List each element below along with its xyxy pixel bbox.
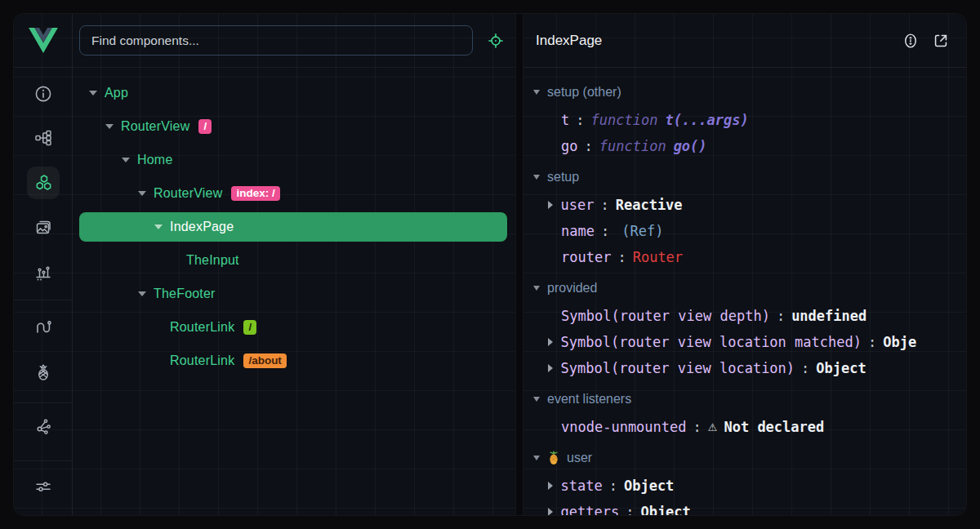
prop-row-router-view-location[interactable]: Symbol(router view location) : Object (523, 355, 966, 381)
tree-row-thefooter[interactable]: TheFooter (79, 279, 507, 309)
collapse-arrow-icon[interactable] (533, 397, 540, 402)
assets-icon (33, 218, 53, 238)
section-header[interactable]: provided (523, 273, 966, 303)
inspector-state: setup (other) t : function t(...args) go… (523, 68, 966, 515)
collapse-arrow-icon[interactable] (154, 224, 163, 229)
sidebar-item-pinia[interactable] (33, 362, 53, 382)
target-icon (487, 32, 505, 50)
pineapple-icon (547, 451, 560, 465)
prop-key: getters (561, 504, 620, 515)
function-keyword: function (591, 112, 658, 128)
sidebar-item-graph[interactable] (33, 416, 53, 436)
prop-value: Not declared (724, 419, 824, 435)
section-label: setup (547, 170, 579, 184)
section-header[interactable]: setup (other) (523, 78, 966, 107)
tree-row-routerlink-about[interactable]: RouterLink /about (79, 346, 507, 376)
graph-icon (33, 416, 53, 436)
sidebar-item-settings[interactable] (33, 477, 53, 496)
expand-arrow-icon[interactable] (548, 482, 553, 490)
section-pinia-user-store: user state : Object getters : Object (523, 443, 966, 515)
tree-row-theinput[interactable]: TheInput (79, 246, 507, 275)
route-badge: /about (243, 353, 287, 369)
collapse-arrow-icon[interactable] (122, 158, 130, 162)
prop-value: Reactive (616, 197, 683, 213)
sidebar-item-component-hierarchy[interactable] (33, 128, 53, 148)
prop-row-go[interactable]: go : function go() (523, 133, 966, 159)
prop-value: Obje (883, 334, 916, 350)
sidebar-divider (14, 402, 72, 403)
tree-row-routerview-nested[interactable]: RouterView index: / (79, 179, 507, 208)
tree-row-indexpage-selected[interactable]: IndexPage (79, 212, 507, 242)
section-setup: setup user : Reactive name : (Ref) route… (523, 162, 966, 270)
prop-row-router-view-depth[interactable]: Symbol(router view depth) : undefined (523, 303, 966, 329)
expand-arrow-icon[interactable] (548, 338, 553, 346)
sidebar-item-router[interactable] (33, 318, 53, 337)
sidebar (14, 14, 73, 515)
tree-row-home[interactable]: Home (79, 145, 507, 175)
prop-row-state[interactable]: state : Object (523, 473, 966, 499)
prop-row-router-view-location-matched[interactable]: Symbol(router view location matched) : O… (523, 329, 966, 355)
prop-key: vnode-unmounted (561, 419, 687, 435)
prop-key: name (561, 223, 595, 239)
colon: : (693, 419, 702, 435)
collapse-arrow-icon[interactable] (533, 456, 540, 460)
prop-row-t[interactable]: t : function t(...args) (523, 107, 966, 133)
warning-icon: ⚠ (708, 421, 718, 433)
tree-row-routerlink-home[interactable]: RouterLink / (79, 313, 507, 342)
vue-logo-cell (14, 14, 72, 68)
function-keyword: function (599, 138, 666, 154)
colon: : (584, 138, 592, 154)
route-badge: index: / (231, 186, 279, 202)
prop-row-name[interactable]: name : (Ref) (523, 218, 966, 244)
collapse-arrow-icon[interactable] (533, 286, 540, 291)
section-label: event listeners (547, 392, 631, 407)
component-name: RouterLink (170, 320, 234, 335)
settings-icon (33, 477, 53, 496)
sidebar-divider (14, 460, 72, 461)
prop-row-getters[interactable]: getters : Object (523, 499, 966, 515)
components-panel: App RouterView / Home RouterView index: … (73, 14, 515, 515)
component-name: IndexPage (170, 220, 234, 234)
expand-arrow-icon[interactable] (548, 508, 553, 515)
route-badge: / (198, 119, 212, 135)
colon: : (868, 334, 876, 350)
collapse-arrow-icon[interactable] (105, 124, 114, 129)
prop-key: Symbol(router view location) (561, 360, 795, 376)
router-icon (33, 318, 53, 337)
expand-arrow-icon[interactable] (548, 364, 553, 372)
search-input[interactable] (79, 25, 473, 56)
component-name: RouterView (121, 119, 189, 134)
expand-arrow-icon[interactable] (548, 201, 553, 209)
prop-row-router[interactable]: router : Router (523, 244, 966, 270)
prop-value: undefined (791, 308, 866, 324)
collapse-arrow-icon[interactable] (138, 191, 146, 196)
route-badge: / (243, 320, 256, 336)
tree-row-app[interactable]: App (79, 78, 507, 108)
collapse-arrow-icon[interactable] (89, 91, 97, 96)
prop-key: t (561, 112, 569, 128)
scroll-to-component-button[interactable] (902, 32, 920, 50)
collapse-arrow-icon[interactable] (138, 291, 146, 296)
open-in-editor-button[interactable] (932, 32, 950, 50)
section-header[interactable]: event listeners (523, 385, 966, 414)
colon: : (626, 504, 634, 515)
colon: : (801, 360, 809, 376)
inspector-levels-icon (33, 263, 53, 282)
prop-row-vnode-unmounted[interactable]: vnode-unmounted : ⚠ Not declared (523, 414, 966, 440)
panel-divider[interactable] (515, 14, 523, 515)
section-header[interactable]: user (523, 443, 966, 473)
open-in-editor-icon (932, 32, 950, 50)
tree-row-routerview[interactable]: RouterView / (79, 112, 507, 141)
section-label: user (567, 451, 592, 465)
collapse-arrow-icon[interactable] (533, 175, 540, 180)
components-header (73, 14, 515, 68)
locate-component-button[interactable] (487, 32, 505, 50)
section-header[interactable]: setup (523, 162, 966, 192)
sidebar-item-assets[interactable] (33, 218, 53, 238)
hierarchy-icon (33, 128, 53, 148)
sidebar-item-inspector-timeline[interactable] (33, 263, 53, 282)
collapse-arrow-icon[interactable] (533, 90, 540, 95)
prop-row-user[interactable]: user : Reactive (523, 192, 966, 218)
sidebar-item-components[interactable] (27, 167, 60, 199)
sidebar-item-info[interactable] (33, 84, 53, 104)
